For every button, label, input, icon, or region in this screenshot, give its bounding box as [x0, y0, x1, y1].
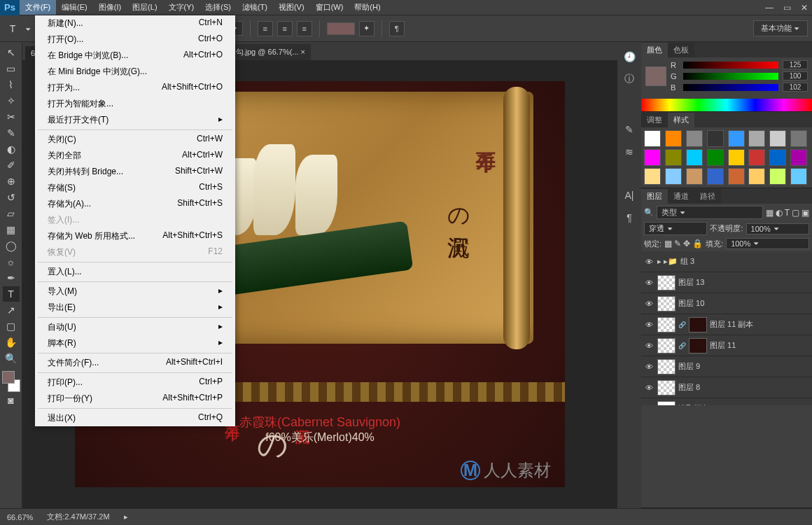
menu-item[interactable]: 打开为智能对象... — [35, 96, 235, 112]
layer-row[interactable]: 👁▸ ▸📁组 3 — [641, 251, 812, 272]
style-swatch[interactable] — [728, 130, 745, 147]
layer-thumbnail[interactable] — [657, 380, 676, 396]
menu-文字(Y)[interactable]: 文字(Y) — [163, 0, 200, 15]
text-color-swatch[interactable] — [327, 22, 355, 35]
g-slider[interactable] — [683, 73, 778, 80]
tool-preset-dropdown[interactable] — [25, 24, 31, 33]
visibility-icon[interactable]: 👁 — [643, 363, 654, 371]
menu-图层(L)[interactable]: 图层(L) — [127, 0, 162, 15]
layer-row[interactable]: 👁图层 13 — [641, 272, 812, 293]
filter-type-icon[interactable]: T — [785, 208, 790, 218]
styles-tab[interactable]: 样式 — [668, 113, 694, 127]
adjustments-tab[interactable]: 调整 — [641, 113, 668, 127]
align-right-icon[interactable]: ≡ — [297, 21, 312, 36]
menu-item[interactable]: 退出(X)Ctrl+Q — [35, 410, 235, 426]
warp-text-icon[interactable]: ✦ — [359, 21, 374, 36]
layer-thumbnail[interactable] — [657, 401, 676, 406]
style-swatch[interactable] — [665, 149, 682, 166]
menu-item[interactable]: 在 Bridge 中浏览(B)...Alt+Ctrl+O — [35, 48, 235, 64]
gradient-tool-icon[interactable]: ▦ — [3, 222, 20, 237]
layer-thumbnail[interactable] — [657, 317, 676, 332]
menu-滤镜(T)[interactable]: 滤镜(T) — [237, 0, 273, 15]
menu-item[interactable]: 打印一份(Y)Alt+Shift+Ctrl+P — [35, 391, 235, 407]
menu-选择(S)[interactable]: 选择(S) — [200, 0, 237, 15]
menu-窗口(W)[interactable]: 窗口(W) — [310, 0, 349, 15]
menu-item[interactable]: 在 Mini Bridge 中浏览(G)... — [35, 64, 235, 80]
close-icon[interactable]: ✕ — [801, 3, 808, 13]
color-tab[interactable]: 颜色 — [641, 43, 668, 57]
style-swatch[interactable] — [769, 168, 786, 185]
minimize-icon[interactable]: — — [765, 3, 774, 13]
channels-tab[interactable]: 通道 — [668, 189, 694, 204]
zoom-indicator[interactable]: 66.67% — [7, 513, 33, 522]
blur-tool-icon[interactable]: ◯ — [3, 238, 20, 253]
quickmask-icon[interactable]: ◙ — [3, 393, 20, 408]
r-slider[interactable] — [683, 62, 778, 69]
menu-item[interactable]: 最近打开文件(T) — [35, 112, 235, 128]
menu-item[interactable]: 打开为...Alt+Shift+Ctrl+O — [35, 80, 235, 96]
dodge-tool-icon[interactable]: ☼ — [3, 254, 20, 270]
marquee-tool-icon[interactable]: ▭ — [3, 61, 20, 76]
shape-tool-icon[interactable]: ▢ — [3, 318, 20, 334]
menu-item[interactable]: 存储为 Web 所用格式...Alt+Shift+Ctrl+S — [35, 228, 235, 244]
style-swatch[interactable] — [665, 130, 682, 147]
menu-帮助(H)[interactable]: 帮助(H) — [349, 0, 386, 15]
layer-thumbnail[interactable] — [657, 359, 676, 374]
history-brush-icon[interactable]: ↺ — [3, 190, 20, 205]
path-select-icon[interactable]: ↗ — [3, 302, 20, 318]
style-swatch[interactable] — [707, 168, 724, 185]
document-tab[interactable]: 勾.jpg @ 66.7%(... × — [230, 44, 312, 60]
brushes-presets-icon[interactable]: ≋ — [622, 144, 637, 160]
b-input[interactable]: 102 — [783, 83, 808, 92]
color-swatches[interactable] — [2, 371, 20, 392]
brush-tool-icon[interactable]: ✐ — [3, 158, 20, 173]
style-swatch[interactable] — [686, 168, 703, 185]
style-swatch[interactable] — [769, 130, 786, 147]
r-input[interactable]: 125 — [783, 60, 808, 69]
layers-tab[interactable]: 图层 — [641, 189, 668, 204]
filter-pixel-icon[interactable]: ▦ — [766, 208, 774, 218]
lock-all-icon[interactable]: 🔒 — [692, 239, 703, 248]
style-swatch[interactable] — [707, 130, 724, 147]
magic-wand-tool-icon[interactable]: ✧ — [3, 93, 20, 108]
align-left-icon[interactable]: ≡ — [258, 21, 273, 36]
lasso-tool-icon[interactable]: ⌇ — [3, 77, 20, 92]
menu-item[interactable]: 关闭全部Alt+Ctrl+W — [35, 148, 235, 164]
layer-row[interactable]: 👁选取颜色 1 — [641, 398, 812, 405]
menu-item[interactable]: 自动(U) — [35, 319, 235, 335]
filter-adjust-icon[interactable]: ◐ — [776, 208, 783, 218]
workspace-switcher[interactable]: 基本功能 — [753, 20, 808, 36]
b-slider[interactable] — [683, 84, 778, 91]
pen-tool-icon[interactable]: ✒ — [3, 270, 20, 286]
filter-kind-dropdown[interactable]: 类型 — [657, 206, 763, 219]
paragraph-panel-icon[interactable]: ¶ — [389, 21, 405, 36]
layer-thumbnail[interactable] — [657, 275, 676, 290]
style-swatch[interactable] — [748, 149, 765, 166]
style-swatch[interactable] — [790, 149, 807, 166]
style-swatch[interactable] — [686, 130, 703, 147]
document-info[interactable]: 文档:2.47M/37.2M — [47, 512, 109, 522]
style-swatch[interactable] — [790, 130, 807, 147]
menu-item[interactable]: 导出(E) — [35, 300, 235, 316]
lock-transparent-icon[interactable]: ▦ — [664, 239, 672, 248]
layer-thumbnail[interactable] — [657, 338, 676, 354]
fill-input[interactable]: 100% — [726, 238, 809, 249]
zoom-tool-icon[interactable]: 🔍 — [3, 351, 20, 366]
visibility-icon[interactable]: 👁 — [643, 342, 654, 350]
menu-item[interactable]: 导入(M) — [35, 284, 235, 300]
brush-panel-icon[interactable]: ✎ — [622, 122, 637, 137]
menu-文件(F)[interactable]: 文件(F) — [20, 0, 56, 15]
style-swatch[interactable] — [769, 149, 786, 166]
layer-thumbnail[interactable] — [657, 296, 676, 312]
layer-row[interactable]: 👁🔗图层 11 — [641, 335, 812, 356]
swatches-tab[interactable]: 色板 — [668, 43, 694, 57]
lock-position-icon[interactable]: ✥ — [683, 239, 690, 248]
style-swatch[interactable] — [644, 168, 661, 185]
layer-row[interactable]: 👁图层 10 — [641, 293, 812, 314]
style-swatch[interactable] — [644, 149, 661, 166]
stamp-tool-icon[interactable]: ⊕ — [3, 174, 20, 189]
style-swatch[interactable] — [686, 149, 703, 166]
visibility-icon[interactable]: 👁 — [643, 321, 654, 329]
eyedropper-tool-icon[interactable]: ✎ — [3, 125, 20, 141]
filter-shape-icon[interactable]: ▢ — [792, 208, 799, 218]
